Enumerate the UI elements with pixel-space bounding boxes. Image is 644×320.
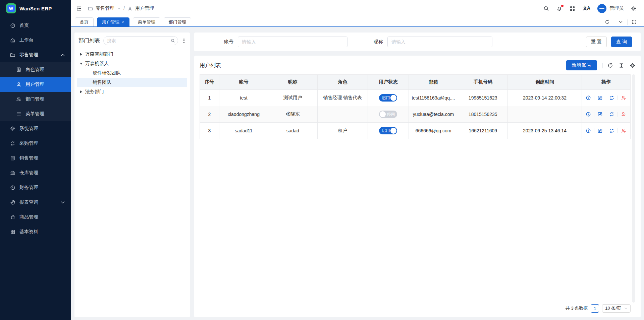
info-icon[interactable] [586, 112, 591, 117]
search-button[interactable]: 查询 [611, 37, 632, 47]
info-icon[interactable] [586, 95, 591, 101]
clock-icon [10, 185, 15, 190]
tree-node-label: 万森机器人 [85, 61, 109, 67]
kebab-menu-icon[interactable] [181, 37, 186, 44]
reset-password-sync-icon[interactable] [609, 112, 614, 117]
cell-role [317, 106, 368, 123]
cell-index: 1 [200, 90, 219, 106]
filter-account: 账号 [224, 37, 347, 47]
search-icon[interactable] [543, 6, 549, 11]
tab-dept-mgmt[interactable]: 部门管理 [164, 17, 191, 26]
tab-bar: 首页 用户管理 菜单管理 部门管理 [71, 17, 644, 27]
cell-nickname: 测试用户 [268, 90, 317, 106]
caret-right-icon[interactable] [77, 53, 85, 56]
user-icon [127, 6, 132, 11]
sidebar-item-system-mgmt[interactable]: 系统管理 [0, 121, 71, 136]
chevron-down-icon[interactable] [614, 17, 627, 26]
tab-user-mgmt[interactable]: 用户管理 [97, 17, 129, 26]
tree-node-wansen-robot[interactable]: 万森机器人 [77, 59, 187, 68]
bank-icon [10, 170, 15, 176]
fullscreen-icon[interactable] [570, 6, 575, 11]
col-nickname: 昵称 [268, 75, 317, 90]
settings-gear-icon[interactable] [631, 6, 637, 11]
sidebar-item-workbench[interactable]: 工作台 [0, 33, 71, 48]
sidebar-item-retail[interactable]: 零售管理 [0, 48, 71, 62]
bag-icon [10, 214, 15, 220]
close-icon[interactable] [121, 21, 124, 24]
sidebar-item-sales-mgmt[interactable]: 销售管理 [0, 151, 71, 166]
search-icon[interactable] [168, 37, 178, 45]
sidebar-item-user-mgmt[interactable]: 用户管理 [0, 77, 71, 92]
sidebar-item-basic-data[interactable]: 基本资料 [0, 225, 71, 239]
page-number-button[interactable]: 1 [591, 304, 599, 313]
table-scrollbar[interactable] [632, 74, 635, 303]
column-settings-gear-icon[interactable] [630, 63, 635, 68]
translate-icon[interactable]: 文A [583, 5, 590, 11]
folder-icon [88, 6, 93, 11]
tree-node-legal-dept[interactable]: 法务部门 [77, 87, 187, 97]
filter-nickname: 昵称 [374, 37, 492, 47]
sidebar-item-finance-mgmt[interactable]: 财务管理 [0, 180, 71, 195]
tree-node-sales-team[interactable]: 销售团队 [77, 78, 187, 87]
sidebar-item-label: 系统管理 [19, 126, 65, 132]
tree-node-label: 万森智能部门 [85, 51, 113, 57]
cell-account: xiaodongzhang [219, 106, 268, 123]
status-toggle[interactable]: 启用 [379, 127, 397, 134]
page-size-select[interactable]: 10 条/页 [602, 304, 631, 313]
sidebar-item-product-mgmt[interactable]: 商品管理 [0, 210, 71, 225]
sidebar-item-warehouse-mgmt[interactable]: 仓库管理 [0, 166, 71, 180]
density-icon[interactable] [619, 63, 624, 68]
sidebar-item-menu-mgmt[interactable]: 菜单管理 [0, 107, 71, 121]
sidebar-item-role-mgmt[interactable]: 角色管理 [0, 62, 71, 77]
divider [606, 128, 606, 133]
maximize-icon[interactable] [628, 17, 641, 26]
cell-created: 2023-09-25 13:46:14 [508, 123, 582, 139]
reset-password-sync-icon[interactable] [609, 128, 614, 133]
remove-user-icon[interactable] [621, 112, 626, 117]
nickname-input[interactable] [387, 37, 492, 47]
sidebar-item-home[interactable]: 首页 [0, 18, 71, 33]
user-menu[interactable]: 管理员 [597, 4, 624, 13]
tree-node-wansen-smart[interactable]: 万森智能部门 [77, 50, 187, 59]
menu-fold-icon[interactable] [76, 6, 82, 11]
breadcrumb-section[interactable]: 零售管理 [96, 5, 114, 11]
caret-down-icon[interactable] [77, 63, 85, 65]
chevron-down-icon[interactable] [117, 7, 121, 10]
remove-user-icon[interactable] [621, 95, 626, 101]
cell-email: 666666@qq.com [409, 123, 458, 139]
notification-bell-icon[interactable] [556, 6, 562, 11]
edit-icon[interactable] [597, 128, 603, 133]
cell-phone: 16621211609 [458, 123, 508, 139]
tab-home[interactable]: 首页 [75, 17, 94, 26]
sidebar-item-dept-mgmt[interactable]: 部门管理 [0, 92, 71, 107]
edit-icon[interactable] [597, 95, 603, 101]
tree-node-hardware-team[interactable]: 硬件研发团队 [77, 68, 187, 78]
status-toggle[interactable]: 启用 [379, 94, 397, 102]
refresh-page-icon[interactable] [601, 17, 614, 26]
sidebar-item-report-query[interactable]: 报表查询 [0, 195, 71, 210]
sidebar-item-label: 仓库管理 [19, 170, 65, 176]
info-icon[interactable] [586, 128, 591, 133]
sidebar-item-purchase-mgmt[interactable]: 采购管理 [0, 136, 71, 151]
gauge-icon [10, 23, 15, 28]
account-input[interactable] [238, 37, 347, 47]
remove-user-icon[interactable] [621, 128, 626, 133]
reset-button[interactable]: 重置 [586, 37, 607, 47]
department-search-input[interactable] [104, 38, 168, 43]
status-toggle[interactable]: 停用 [379, 111, 397, 118]
tab-label: 首页 [80, 19, 89, 25]
sidebar-item-label: 首页 [19, 22, 65, 28]
reset-password-sync-icon[interactable] [609, 95, 614, 101]
tab-menu-mgmt[interactable]: 菜单管理 [133, 17, 160, 26]
status-label: 停用 [387, 112, 395, 117]
caret-right-icon[interactable] [77, 90, 85, 93]
sidebar-item-label: 报表查询 [19, 199, 56, 205]
add-account-button[interactable]: 新增账号 [566, 60, 597, 70]
divider [602, 63, 603, 68]
refresh-icon[interactable] [607, 63, 613, 68]
edit-icon[interactable] [597, 112, 603, 117]
department-panel-title: 部门列表 [78, 37, 100, 44]
col-role: 角色 [317, 75, 368, 90]
divider [594, 95, 594, 100]
table-tools [607, 63, 635, 68]
